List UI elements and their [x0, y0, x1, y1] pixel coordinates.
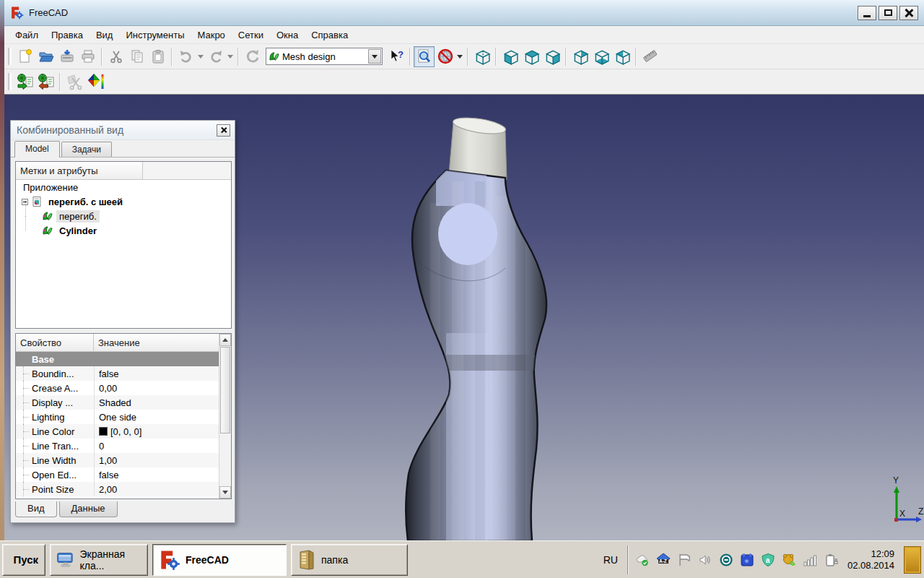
property-row[interactable]: Crease A... 0,00 [16, 381, 219, 395]
scroll-down-button[interactable] [219, 486, 231, 499]
antivirus-eset-tray-icon[interactable] [719, 553, 733, 567]
scrollbar-thumb[interactable] [220, 347, 230, 434]
taskbar-button-freecad[interactable]: FreeCAD [152, 544, 287, 576]
maximize-icon [884, 9, 892, 16]
curvature-plot-button[interactable] [84, 72, 105, 92]
undo-dropdown-caret-icon[interactable] [198, 55, 204, 59]
panel-title-bar[interactable]: Комбинированный вид [11, 121, 235, 140]
cylinder-object[interactable] [449, 115, 507, 180]
property-row[interactable]: Display ... Shaded [16, 395, 219, 410]
mesh-workbench-icon [269, 51, 280, 62]
front-view-button[interactable] [500, 46, 520, 67]
tree-document-item[interactable]: перегиб. с шеей [16, 194, 231, 209]
volume-tray-icon[interactable] [698, 553, 712, 567]
paste-button[interactable] [147, 46, 168, 67]
tree-item-peregib[interactable]: перегиб. [16, 209, 231, 223]
scroll-up-button[interactable] [219, 334, 231, 346]
clock[interactable]: 12:09 02.08.2014 [845, 548, 897, 571]
tab-model[interactable]: Model [14, 141, 60, 158]
start-button[interactable]: Пуск [2, 544, 45, 576]
menu-view[interactable]: Вид [90, 27, 120, 43]
signal-strength-tray-icon[interactable] [803, 553, 817, 567]
property-row-line-color[interactable]: Line Color [0, 0, 0] [16, 424, 219, 439]
menu-help[interactable]: Справка [305, 27, 354, 43]
scrollbar-track[interactable] [219, 434, 231, 486]
dictionary-tray-icon[interactable]: A-Z [656, 553, 671, 567]
toolbar-grip[interactable] [8, 73, 12, 90]
redo-button[interactable] [205, 46, 226, 67]
mesh-import-button[interactable] [14, 72, 35, 92]
freecad-logo-icon [10, 6, 24, 20]
workbench-selector[interactable]: Mesh design [266, 48, 383, 65]
property-grid-header[interactable]: Свойство Значение [16, 334, 219, 352]
maximize-button[interactable] [879, 6, 897, 20]
rear-view-button[interactable] [570, 46, 590, 67]
title-bar[interactable]: FreeCAD [4, 0, 924, 26]
clock-time: 12:09 [847, 548, 894, 560]
tab-tasks[interactable]: Задачи [61, 142, 112, 157]
refresh-button[interactable] [242, 46, 263, 67]
3d-viewport[interactable]: Y X Z Комбинированный вид Model Задачи М… [4, 95, 924, 540]
tree-column-header[interactable]: Метки и атрибуты [16, 162, 231, 180]
redo-dropdown-caret-icon[interactable] [227, 55, 233, 59]
tree-root-item[interactable]: Приложение [16, 180, 231, 194]
save-button[interactable] [56, 46, 77, 67]
axonometric-view-button[interactable] [471, 46, 492, 67]
menu-windows[interactable]: Окна [270, 27, 305, 43]
open-document-button[interactable] [35, 46, 56, 67]
language-indicator[interactable]: RU [601, 554, 621, 566]
minimize-button[interactable] [858, 6, 876, 20]
new-document-button[interactable] [14, 46, 35, 67]
panel-close-button[interactable] [217, 124, 230, 137]
property-row[interactable]: Point Size 2,00 [16, 482, 219, 496]
menu-macro[interactable]: Макро [191, 27, 231, 43]
taskbar-button-folder[interactable]: папка [291, 544, 408, 576]
undo-button[interactable] [175, 46, 196, 67]
tree-item-cylinder[interactable]: Cylinder [16, 223, 231, 238]
top-view-button[interactable] [520, 46, 541, 67]
trim-mesh-button[interactable] [64, 72, 84, 92]
print-button[interactable] [77, 46, 98, 67]
fit-all-button[interactable] [414, 46, 435, 67]
pet-wifi-tray-icon[interactable] [782, 553, 796, 567]
bottom-view-button[interactable] [590, 46, 611, 67]
draw-style-dropdown-caret-icon[interactable] [457, 55, 463, 59]
property-row[interactable]: Line Tran... 0 [16, 439, 219, 453]
property-group-row[interactable]: Base [16, 352, 219, 366]
left-view-button[interactable] [611, 46, 632, 67]
mannequin-body[interactable] [406, 170, 553, 540]
toolbar-grip[interactable] [8, 48, 12, 65]
tab-data[interactable]: Данные [59, 501, 118, 517]
copy-button[interactable] [126, 46, 147, 67]
menu-meshes[interactable]: Сетки [232, 27, 270, 43]
menu-tools[interactable]: Инструменты [119, 27, 191, 43]
blue-app-tray-icon[interactable]: ✳ [740, 553, 754, 567]
cut-button[interactable] [105, 46, 126, 67]
menu-edit[interactable]: Правка [45, 27, 90, 43]
tab-view[interactable]: Вид [15, 501, 57, 517]
refresh-icon [245, 48, 261, 64]
right-view-button[interactable] [541, 46, 562, 67]
taskbar-button-keyboard[interactable]: Экранная кла... [50, 544, 148, 576]
whats-this-button[interactable]: ? [385, 46, 406, 67]
property-scrollbar[interactable] [219, 334, 231, 499]
menu-file[interactable]: Файл [9, 27, 45, 43]
draw-style-button[interactable] [435, 46, 456, 67]
selected-face-highlight[interactable] [438, 203, 497, 265]
measure-distance-button[interactable] [640, 46, 661, 67]
property-row[interactable]: Line Width 1,00 [16, 453, 219, 467]
workbench-dropdown-button[interactable] [368, 49, 381, 64]
property-row[interactable]: Open Ed... false [16, 467, 219, 482]
cloud-sync-tray-icon[interactable] [635, 553, 650, 567]
mesh-export-button[interactable] [35, 72, 56, 92]
desktop-gadget-icon[interactable] [904, 546, 921, 574]
undo-arrow-icon [178, 48, 194, 64]
property-row[interactable]: Boundin... false [16, 366, 219, 381]
measure-ruler-icon [642, 48, 659, 65]
new-document-icon [17, 48, 33, 64]
shield-tray-icon[interactable]: a [761, 553, 775, 567]
property-row[interactable]: Lighting One side [16, 410, 219, 424]
battery-tray-icon[interactable] [824, 553, 838, 567]
flag-tray-icon[interactable] [677, 553, 692, 567]
close-button[interactable] [899, 6, 918, 20]
